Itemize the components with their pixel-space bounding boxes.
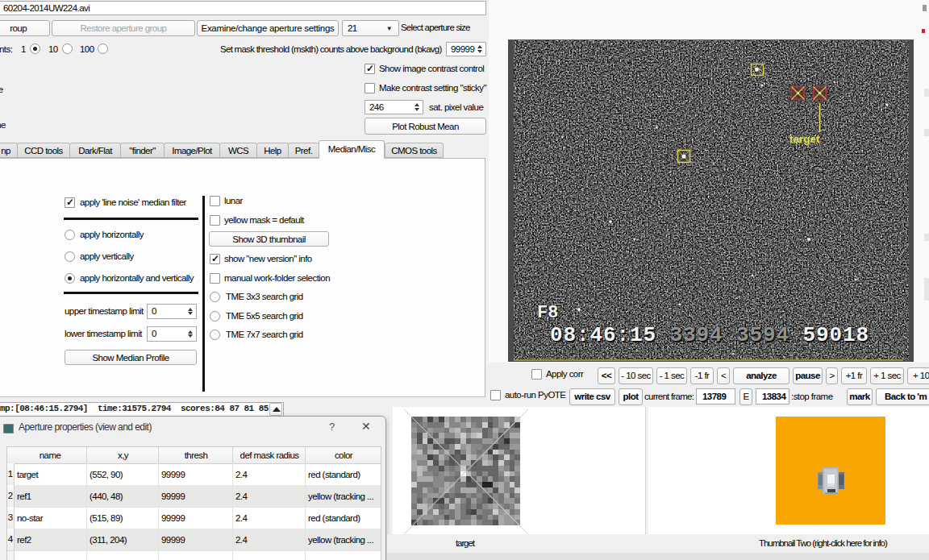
svg-text:target: target — [789, 133, 820, 145]
